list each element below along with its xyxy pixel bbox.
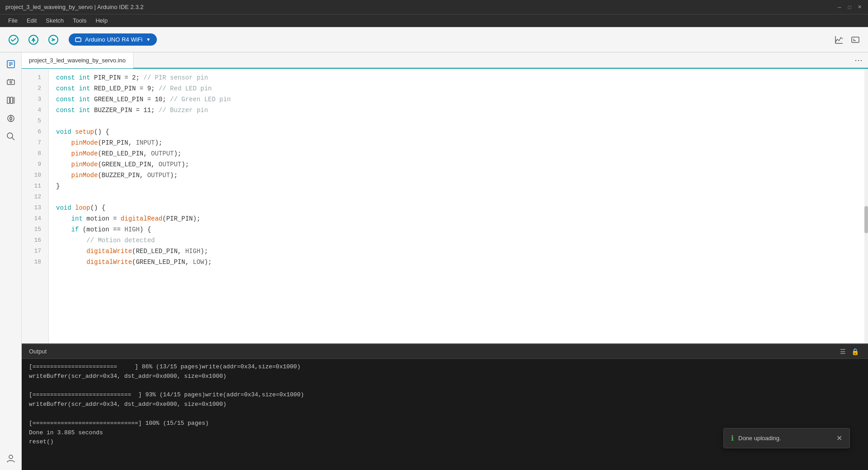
maximize-button[interactable]: □ [846,4,853,10]
output-line: writeBuffer(scr_addr=0x34, dst_addr=0xe0… [29,400,861,409]
line-number: 6 [25,127,41,137]
output-line [29,381,861,391]
menu-tools[interactable]: Tools [68,15,91,26]
toolbar-right-icons [832,33,863,47]
code-line: const int GREEN_LED_PIN = 10; // Green L… [56,94,857,105]
menu-edit[interactable]: Edit [22,15,41,26]
board-selector[interactable]: Arduino UNO R4 WiFi ▼ [69,33,157,46]
toast-text: Done uploading. [738,435,832,442]
output-line: [==============================] 100% (1… [29,419,861,428]
line-number: 4 [25,105,41,116]
svg-rect-4 [75,38,81,42]
debug-button[interactable] [45,32,61,48]
code-line: pinMode(RED_LED_PIN, OUTPUT); [56,148,857,159]
tab-bar: project_3_led_waveing_by_servo.ino ⋯ [22,52,868,69]
code-line: const int BUZZER_PIN = 11; // Buzzer pin [56,105,857,116]
line-number: 12 [25,192,41,202]
code-line: int motion = digitalRead(PIR_PIN); [56,213,857,224]
output-line [29,409,861,419]
code-line: if (motion == HIGH) { [56,224,857,235]
code-editor[interactable]: 123456789101112131415161718 const int PI… [22,69,868,343]
output-line: [============================ ] 93% (14/… [29,390,861,400]
svg-point-21 [10,81,12,83]
line-number: 9 [25,159,41,170]
sidebar-debug-icon[interactable] [3,110,19,127]
line-numbers: 123456789101112131415161718 [22,69,49,343]
line-number: 17 [25,246,41,257]
verify-button[interactable] [5,32,22,48]
window-title: project_3_led_waveing_by_servo | Arduino… [5,4,836,10]
code-line: void setup() { [56,127,857,137]
svg-line-30 [12,138,14,141]
title-bar: project_3_led_waveing_by_servo | Arduino… [0,0,868,14]
line-number: 11 [25,181,41,192]
svg-rect-24 [14,97,14,103]
code-line: pinMode(PIR_PIN, INPUT); [56,137,857,148]
svg-point-29 [7,133,13,138]
toolbar: Arduino UNO R4 WiFi ▼ [0,27,868,52]
close-button[interactable]: ✕ [856,4,863,10]
editor-tab[interactable]: project_3_led_waveing_by_servo.ino [22,52,133,68]
code-line: pinMode(BUZZER_PIN, OUTPUT); [56,170,857,181]
line-number: 18 [25,257,41,268]
code-line: // Motion detected [56,235,857,246]
code-line: const int PIR_PIN = 2; // PIR sensor pin [56,72,857,83]
output-content: [======================== ] 86% (13/15 p… [22,359,868,470]
output-header: Output ☰ 🔒 [22,344,868,359]
line-number: 2 [25,83,41,94]
code-scrollbar-thumb[interactable] [864,206,868,233]
svg-point-31 [9,455,13,459]
svg-rect-23 [10,97,13,103]
toast-icon: ℹ [731,434,734,442]
line-number: 14 [25,213,41,224]
output-list-icon[interactable]: ☰ [838,346,848,357]
toast-notification[interactable]: ℹ Done uploading. ✕ [723,428,850,448]
output-lock-icon[interactable]: 🔒 [849,346,861,357]
menu-help[interactable]: Help [91,15,112,26]
line-number: 8 [25,148,41,159]
code-line: } [56,181,857,192]
svg-rect-17 [7,80,14,85]
serial-plotter-icon[interactable] [832,33,846,47]
board-label: Arduino UNO R4 WiFi [85,36,142,43]
toast-close-button[interactable]: ✕ [836,434,842,442]
output-panel: Output ☰ 🔒 [======================== ] 8… [22,343,868,470]
code-line [56,192,857,202]
svg-point-26 [9,118,12,120]
tab-filename: project_3_led_waveing_by_servo.ino [29,57,126,64]
code-line: const int RED_LED_PIN = 9; // Red LED pi… [56,83,857,94]
output-title: Output [29,348,838,355]
line-number: 7 [25,137,41,148]
main-layout: project_3_led_waveing_by_servo.ino ⋯ 123… [0,52,868,470]
code-line: digitalWrite(RED_LED_PIN, HIGH); [56,246,857,257]
editor-area: project_3_led_waveing_by_servo.ino ⋯ 123… [22,52,868,470]
code-lines[interactable]: const int PIR_PIN = 2; // PIR sensor pin… [49,69,864,343]
sidebar-user-icon[interactable] [3,450,19,466]
tab-more-button[interactable]: ⋯ [849,55,868,65]
line-number: 1 [25,72,41,83]
upload-button[interactable] [25,32,42,48]
line-number: 3 [25,94,41,105]
sidebar-boards-icon[interactable] [3,74,19,90]
minimize-button[interactable]: ─ [836,4,843,10]
sidebar-search-icon[interactable] [3,128,19,145]
output-icons: ☰ 🔒 [838,346,861,357]
code-line: digitalWrite(GREEN_LED_PIN, LOW); [56,257,857,268]
menu-sketch[interactable]: Sketch [41,15,68,26]
serial-monitor-icon[interactable] [848,33,863,47]
sidebar-sketch-icon[interactable] [3,56,19,72]
code-scrollbar[interactable] [864,69,868,343]
line-number: 16 [25,235,41,246]
code-line: pinMode(GREEN_LED_PIN, OUTPUT); [56,159,857,170]
board-dropdown-arrow: ▼ [146,37,151,42]
line-number: 10 [25,170,41,181]
line-number: 15 [25,224,41,235]
svg-rect-10 [852,37,859,42]
menu-file[interactable]: File [4,15,22,26]
sidebar-library-icon[interactable] [3,92,19,108]
output-line: [======================== ] 86% (13/15 p… [29,362,861,372]
svg-rect-22 [7,97,9,103]
code-line: void loop() { [56,202,857,213]
output-line: writeBuffer(scr_addr=0x34, dst_addr=0xd0… [29,372,861,381]
menu-bar: File Edit Sketch Tools Help [0,14,868,27]
